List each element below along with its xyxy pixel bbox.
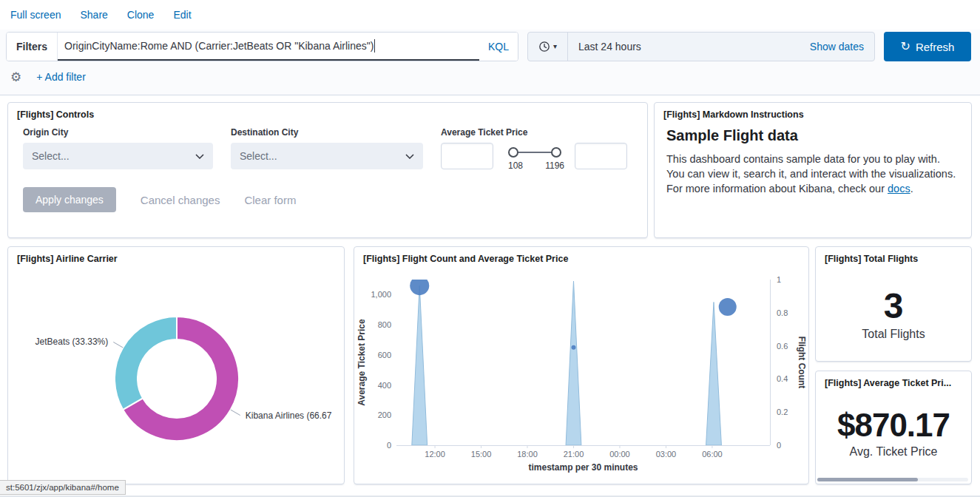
panel-title: [Flights] Average Ticket Pri...	[816, 371, 971, 388]
panel-title: [Flights] Airline Carrier	[8, 247, 344, 264]
slider-min-value: 108	[508, 160, 523, 171]
pie-slice-label: JetBeats (33.33%)	[36, 337, 109, 347]
area-spike[interactable]	[412, 285, 428, 445]
chevron-down-icon: ▾	[553, 43, 557, 50]
nav-edit[interactable]: Edit	[173, 9, 191, 21]
flight-count-bubble[interactable]	[571, 345, 575, 350]
text-cursor	[374, 39, 375, 53]
pie-slice[interactable]	[115, 317, 177, 410]
panel-title: [Flights] Markdown Instructions	[655, 103, 971, 120]
panel-title: [Flights] Controls	[8, 103, 647, 120]
origin-city-label: Origin City	[23, 127, 213, 138]
price-range-slider[interactable]: 108 1196	[510, 143, 558, 169]
refresh-icon: ↻	[901, 41, 910, 53]
time-picker: ▾ Last 24 hours Show dates	[527, 32, 875, 61]
flight-chart[interactable]: 12:0015:0018:0021:0000:0003:0006:0002004…	[354, 247, 808, 484]
y-left-tick-label: 600	[378, 351, 391, 359]
origin-city-select[interactable]: Select...	[23, 143, 213, 169]
cancel-changes-button[interactable]: Cancel changes	[141, 194, 220, 206]
flight-count-bubble[interactable]	[410, 276, 429, 295]
nav-clone[interactable]: Clone	[127, 9, 155, 21]
area-spike[interactable]	[566, 281, 581, 445]
avg-ticket-price-value: $870.17	[837, 408, 950, 442]
dashboard-area: [Flights] Controls Origin City Select...…	[0, 95, 980, 497]
airline-carrier-chart[interactable]: Kibana Airlines (66.67JetBeats (33.33%)	[8, 247, 344, 484]
show-dates-button[interactable]: Show dates	[810, 33, 874, 61]
origin-city-field: Origin City Select...	[23, 127, 213, 169]
y-left-axis-title: Average Ticket Price	[356, 319, 367, 406]
slider-max-value: 1196	[545, 160, 564, 171]
status-url: st:5601/zjx/app/kibana#/home	[6, 483, 119, 492]
y-left-tick-label: 0	[387, 441, 391, 450]
y-right-tick-label: 0	[777, 441, 781, 450]
total-flights-label: Total Flights	[862, 328, 925, 341]
destination-city-label: Destination City	[231, 127, 423, 138]
horizontal-scrollbar	[817, 478, 968, 481]
price-max-input[interactable]	[575, 143, 627, 169]
refresh-button[interactable]: ↻ Refresh	[884, 32, 971, 61]
clear-form-button[interactable]: Clear form	[244, 194, 296, 206]
x-tick-label: 12:00	[425, 450, 445, 459]
docs-link[interactable]: docs	[888, 183, 910, 195]
chevron-down-icon	[405, 154, 414, 159]
query-input[interactable]: OriginCityName:Rome AND (Carrier:JetBeat…	[58, 33, 479, 61]
nav-share[interactable]: Share	[80, 9, 107, 21]
panel-title: [Flights] Total Flights	[816, 247, 971, 264]
select-placeholder: Select...	[32, 150, 70, 162]
slider-handle-min[interactable]	[508, 147, 518, 158]
markdown-text: .	[910, 183, 913, 195]
x-tick-label: 06:00	[702, 450, 723, 459]
destination-city-select[interactable]: Select...	[231, 143, 423, 169]
destination-city-field: Destination City Select...	[231, 127, 423, 169]
gear-icon[interactable]: ⚙	[10, 71, 21, 84]
y-right-tick-label: 0.2	[777, 408, 788, 416]
y-right-axis-title: Flight Count	[797, 337, 807, 389]
markdown-paragraph: This dashboard contains sample data for …	[666, 152, 959, 196]
scrollbar-thumb[interactable]	[817, 478, 918, 481]
total-flights-value: 3	[884, 288, 904, 325]
y-left-tick-label: 200	[378, 410, 391, 419]
ticket-price-label: Average Ticket Price	[441, 127, 632, 138]
y-left-tick-label: 400	[378, 381, 391, 390]
x-tick-label: 21:00	[564, 450, 584, 459]
pie-slice-label: Kibana Airlines (66.67	[246, 410, 332, 421]
y-left-tick-label: 1,000	[371, 290, 391, 299]
top-navigation: Full screen Share Clone Edit	[0, 0, 980, 30]
flight-count-bubble[interactable]	[719, 298, 737, 316]
filters-button[interactable]: Filters	[7, 33, 58, 61]
panel-total-flights: [Flights] Total Flights 3 Total Flights	[815, 246, 972, 362]
panel-markdown-instructions: [Flights] Markdown Instructions Sample F…	[654, 102, 972, 238]
query-text: OriginCityName:Rome AND (Carrier:JetBeat…	[64, 40, 374, 52]
kql-button[interactable]: KQL	[479, 33, 518, 61]
x-tick-label: 03:00	[656, 450, 677, 459]
avg-ticket-price-label: Avg. Ticket Price	[850, 445, 938, 459]
panel-average-ticket-price: [Flights] Average Ticket Pri... $870.17 …	[815, 371, 972, 484]
clock-icon	[538, 41, 550, 53]
panel-airline-carrier: [Flights] Airline Carrier Kibana Airline…	[7, 246, 345, 484]
panel-title: [Flights] Flight Count and Average Ticke…	[354, 247, 808, 264]
nav-full-screen[interactable]: Full screen	[10, 9, 61, 21]
time-range-display[interactable]: Last 24 hours	[568, 33, 810, 61]
y-right-tick-label: 0.8	[777, 308, 788, 317]
donut-svg: Kibana Airlines (66.67JetBeats (33.33%)	[8, 247, 344, 484]
x-tick-label: 15:00	[471, 450, 492, 459]
panel-flights-controls: [Flights] Controls Origin City Select...…	[7, 102, 648, 238]
y-right-tick-label: 0.6	[777, 342, 788, 351]
slider-handle-max[interactable]	[551, 147, 561, 158]
markdown-heading: Sample Flight data	[666, 127, 959, 144]
y-right-tick-label: 1	[777, 275, 781, 284]
refresh-label: Refresh	[916, 41, 955, 53]
apply-changes-button[interactable]: Apply changes	[23, 187, 116, 212]
select-placeholder: Select...	[240, 150, 277, 162]
time-quick-select-button[interactable]: ▾	[528, 33, 568, 61]
y-right-tick-label: 0.4	[777, 374, 788, 383]
ticket-price-field: Average Ticket Price 108 1196	[441, 127, 632, 169]
price-min-input[interactable]	[441, 143, 493, 169]
panel-flight-count-chart: [Flights] Flight Count and Average Ticke…	[354, 246, 809, 484]
chevron-down-icon	[195, 154, 204, 159]
area-spike[interactable]	[706, 302, 722, 445]
query-bar: Filters OriginCityName:Rome AND (Carrier…	[6, 32, 518, 61]
y-left-tick-label: 800	[378, 320, 391, 329]
x-tick-label: 18:00	[517, 450, 538, 459]
add-filter-button[interactable]: + Add filter	[36, 71, 86, 83]
